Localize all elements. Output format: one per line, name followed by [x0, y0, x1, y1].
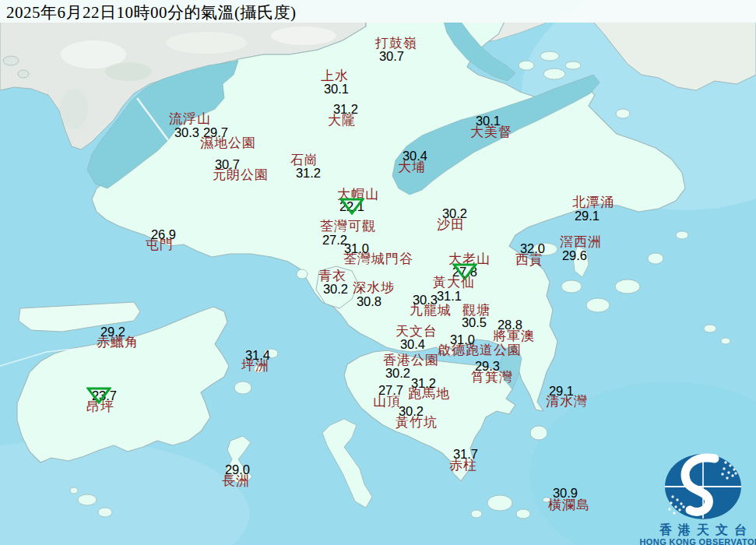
station-temperature: 29.6 [562, 249, 587, 262]
station-name: 荃灣可觀 [320, 220, 376, 234]
station-temperature: 29.1 [575, 209, 600, 223]
station-temperature: 30.1 [476, 114, 501, 128]
station-temperature: 30.1 [324, 83, 349, 96]
temperature-map-page: 2025年6月22日10時00分的氣溫(攝氏度) 打鼓嶺 30.7 上水 30.… [0, 0, 756, 545]
hko-logo-english-name: HONG KONG OBSERVATORY [625, 537, 756, 545]
station-name: 滘西洲 [560, 235, 602, 249]
station-temperature: 28.8 [498, 318, 522, 332]
station-temperature: 31.2 [411, 377, 436, 390]
map-title: 2025年6月22日10時00分的氣溫(攝氏度) [0, 0, 756, 23]
map-title-text: 2025年6月22日10時00分的氣溫(攝氏度) [6, 3, 297, 22]
station-temperature: 30.2 [442, 207, 467, 220]
station-temperature: 31.2 [333, 103, 358, 116]
station-name: 深水埗 [353, 281, 395, 295]
station-temperature: 27.7 [378, 384, 403, 397]
station-name: 流浮山 [169, 112, 211, 126]
station-temperature: 30.2 [323, 283, 348, 296]
green-triangle-marker-icon [86, 386, 111, 404]
station-name: 橫瀾島 [548, 498, 590, 512]
station-temperature: 30.7 [215, 158, 240, 171]
station-temperature: 30.2 [385, 367, 410, 380]
station-temperature: 31.0 [450, 333, 475, 346]
station-temperature: 31.2 [296, 167, 321, 180]
station-temperature: 29.0 [225, 463, 250, 476]
station-temperature: 31.7 [453, 448, 478, 461]
station-temperature: 31.4 [245, 349, 270, 362]
station-temperature: 29.2 [100, 325, 125, 339]
station-temperature: 29.1 [549, 385, 574, 398]
station-temperature: 32.0 [520, 242, 545, 255]
station-temperature: 30.2 [399, 405, 424, 418]
station-name: 黃大仙 [433, 276, 475, 290]
station-name: 北潭涌 [572, 195, 614, 209]
station-temperature: 30.8 [357, 295, 382, 308]
station-temperature: 30.4 [403, 149, 427, 163]
station-temperature: 29.7 [203, 126, 228, 139]
station-temperature: 30.4 [400, 338, 425, 351]
station-temperature: 30.5 [462, 316, 487, 329]
hko-logo-chinese-name: 香港天文台 [625, 523, 756, 537]
station-temperature: 26.9 [151, 228, 176, 241]
station-temperature: 30.3 [413, 294, 438, 307]
station-temperature: 30.7 [379, 50, 404, 63]
station-temperature: 31.0 [344, 242, 369, 255]
station-temperature: 29.3 [475, 360, 500, 373]
station-temperature: 30.3 [174, 126, 199, 139]
hko-logo: 香港天文台 HONG KONG OBSERVATORY [625, 450, 756, 545]
hko-logo-icon [657, 450, 749, 523]
station-temperature: 31.1 [437, 290, 462, 303]
green-triangle-marker-icon [339, 197, 364, 215]
station-temperature: 30.9 [553, 487, 578, 500]
